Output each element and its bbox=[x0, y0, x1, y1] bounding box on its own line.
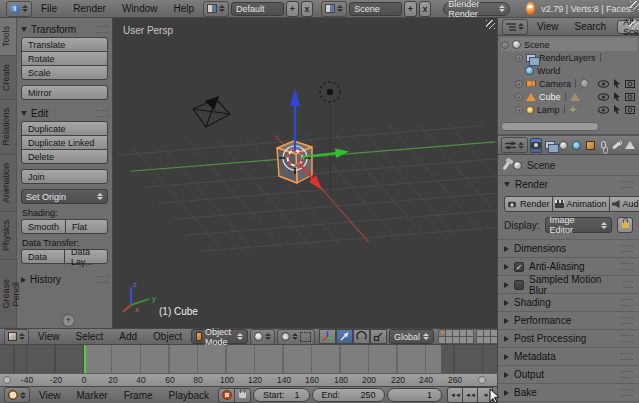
screen-layout-name-field[interactable]: Default bbox=[231, 2, 284, 16]
tab-scene[interactable] bbox=[558, 138, 569, 153]
panel-grip-handle[interactable] bbox=[621, 353, 633, 360]
tab-create[interactable]: Create bbox=[0, 56, 16, 100]
collapse-toggle-icon[interactable]: - bbox=[501, 41, 509, 49]
editor-type-selector[interactable] bbox=[4, 387, 30, 403]
render-engine-select[interactable]: Blender Render bbox=[443, 2, 510, 16]
panel-grip-handle[interactable] bbox=[96, 276, 108, 283]
visibility-eye-icon[interactable] bbox=[598, 93, 609, 101]
menu-playback[interactable]: Playback bbox=[162, 390, 217, 401]
manipulate-center-points-icon[interactable] bbox=[300, 332, 311, 342]
editor-type-selector[interactable] bbox=[4, 329, 29, 345]
menu-view[interactable]: View bbox=[31, 331, 67, 342]
outliner-row-lamp[interactable]: + Lamp bbox=[501, 103, 637, 116]
panel-bake[interactable]: Bake bbox=[498, 383, 639, 401]
panel-grip-handle[interactable] bbox=[622, 281, 633, 288]
tab-render[interactable] bbox=[530, 138, 542, 153]
mode-dropdown[interactable]: Object Mode bbox=[191, 329, 248, 344]
panel-metadata[interactable]: Metadata bbox=[498, 347, 639, 365]
panel-dimensions[interactable]: Dimensions bbox=[498, 239, 639, 257]
scene-name-field[interactable]: Scene bbox=[349, 2, 402, 16]
scale-manipulator-button[interactable] bbox=[370, 329, 387, 344]
scale-button[interactable]: Scale bbox=[21, 65, 108, 80]
anti-aliasing-checkbox[interactable]: ✓ bbox=[514, 262, 524, 272]
start-frame-field[interactable]: Start: 1 bbox=[253, 388, 310, 402]
menu-view[interactable]: View bbox=[530, 21, 566, 32]
renderability-icon[interactable] bbox=[625, 93, 635, 101]
visibility-eye-icon[interactable] bbox=[598, 80, 609, 88]
tab-object-data[interactable] bbox=[624, 138, 636, 153]
expand-toggle-icon[interactable]: + bbox=[515, 106, 523, 114]
panel-sampled-motion-blur[interactable]: Sampled Motion Blur bbox=[498, 275, 639, 293]
set-origin-dropdown[interactable]: Set Origin bbox=[21, 189, 108, 204]
panel-grip-handle[interactable] bbox=[621, 335, 633, 342]
end-frame-field[interactable]: End: 250 bbox=[312, 388, 386, 402]
tab-tools[interactable]: Tools bbox=[0, 18, 16, 56]
reopen-region-button[interactable]: + bbox=[62, 314, 75, 327]
current-frame-field[interactable]: 1 bbox=[387, 388, 442, 402]
panel-shading[interactable]: Shading bbox=[498, 293, 639, 311]
tab-render-layers[interactable] bbox=[544, 138, 556, 153]
outliner-horizontal-scrollbar[interactable] bbox=[501, 122, 599, 131]
tab-world[interactable] bbox=[571, 138, 582, 153]
translate-button[interactable]: Translate bbox=[21, 37, 108, 52]
sampled-motion-blur-checkbox[interactable] bbox=[514, 280, 524, 290]
menu-view[interactable]: View bbox=[32, 390, 68, 401]
display-mode-dropdown[interactable]: Image Editor bbox=[545, 217, 612, 233]
panel-grip-handle[interactable] bbox=[621, 371, 633, 378]
panel-grip-handle[interactable] bbox=[96, 110, 108, 117]
tab-grease-pencil[interactable]: Grease Pencil bbox=[0, 260, 16, 328]
viewport-3d[interactable]: z y x User Persp (1) Cube bbox=[113, 18, 497, 328]
join-button[interactable]: Join bbox=[21, 169, 108, 184]
scrollbar-cap[interactable] bbox=[3, 376, 11, 384]
render-still-button[interactable]: Render bbox=[504, 196, 553, 212]
shade-smooth-button[interactable]: Smooth bbox=[21, 219, 66, 234]
panel-performance[interactable]: Performance bbox=[498, 311, 639, 329]
previous-keyframe-button[interactable]: ◄◄ bbox=[462, 387, 478, 403]
outliner-row-camera[interactable]: + Camera bbox=[501, 77, 637, 90]
area-corner-widget[interactable] bbox=[486, 20, 495, 29]
tab-modifiers[interactable] bbox=[611, 138, 622, 153]
outliner-row-scene[interactable]: - Scene bbox=[501, 38, 637, 51]
renderability-icon[interactable] bbox=[625, 106, 635, 114]
menu-frame[interactable]: Frame bbox=[117, 390, 160, 401]
current-frame-playhead[interactable] bbox=[84, 345, 86, 373]
panel-grip-handle[interactable] bbox=[621, 263, 633, 270]
panel-grip-handle[interactable] bbox=[621, 389, 633, 396]
delete-button[interactable]: Delete bbox=[21, 149, 108, 164]
menu-object[interactable]: Object bbox=[146, 331, 189, 342]
tab-object[interactable] bbox=[584, 138, 595, 153]
selectability-cursor-icon[interactable] bbox=[613, 92, 621, 101]
outliner-row-renderlayers[interactable]: + RenderLayers bbox=[501, 51, 637, 64]
history-panel-header[interactable]: History bbox=[21, 272, 108, 287]
selectability-cursor-icon[interactable] bbox=[613, 79, 621, 88]
manipulator-toggle-button[interactable] bbox=[319, 329, 336, 344]
renderability-icon[interactable] bbox=[625, 80, 635, 88]
duplicate-button[interactable]: Duplicate bbox=[21, 121, 108, 136]
tab-physics[interactable]: Physics bbox=[0, 212, 16, 260]
menu-select[interactable]: Select bbox=[69, 331, 111, 342]
edit-panel-header[interactable]: Edit bbox=[21, 106, 108, 121]
menu-search[interactable]: Search bbox=[568, 21, 614, 32]
keying-lock-button[interactable] bbox=[234, 388, 251, 403]
panel-post-processing[interactable]: Post Processing bbox=[498, 329, 639, 347]
outliner-row-world[interactable]: World bbox=[501, 64, 637, 77]
data-transfer-button[interactable]: Data bbox=[21, 249, 65, 264]
tab-animation[interactable]: Animation bbox=[0, 155, 16, 212]
menu-help[interactable]: Help bbox=[167, 3, 202, 14]
editor-type-selector[interactable] bbox=[502, 19, 528, 35]
delete-scene-button[interactable]: x bbox=[419, 1, 431, 17]
camera-object[interactable] bbox=[193, 96, 230, 127]
editor-type-selector[interactable] bbox=[501, 137, 528, 153]
transform-orientation-dropdown[interactable]: Global bbox=[389, 329, 434, 344]
duplicate-linked-button[interactable]: Duplicate Linked bbox=[21, 135, 108, 150]
jump-to-start-button[interactable]: ◄◄ bbox=[447, 387, 463, 403]
add-layout-button[interactable]: + bbox=[286, 1, 298, 17]
panel-grip-handle[interactable] bbox=[621, 181, 633, 188]
delete-layout-button[interactable]: x bbox=[301, 1, 313, 17]
menu-window[interactable]: Window bbox=[115, 3, 165, 14]
timeline-track[interactable] bbox=[0, 345, 497, 373]
pin-icon[interactable] bbox=[503, 160, 511, 169]
translate-manipulator-button[interactable] bbox=[336, 329, 353, 344]
panel-grip-handle[interactable] bbox=[621, 299, 633, 306]
menu-add[interactable]: Add bbox=[112, 331, 144, 342]
